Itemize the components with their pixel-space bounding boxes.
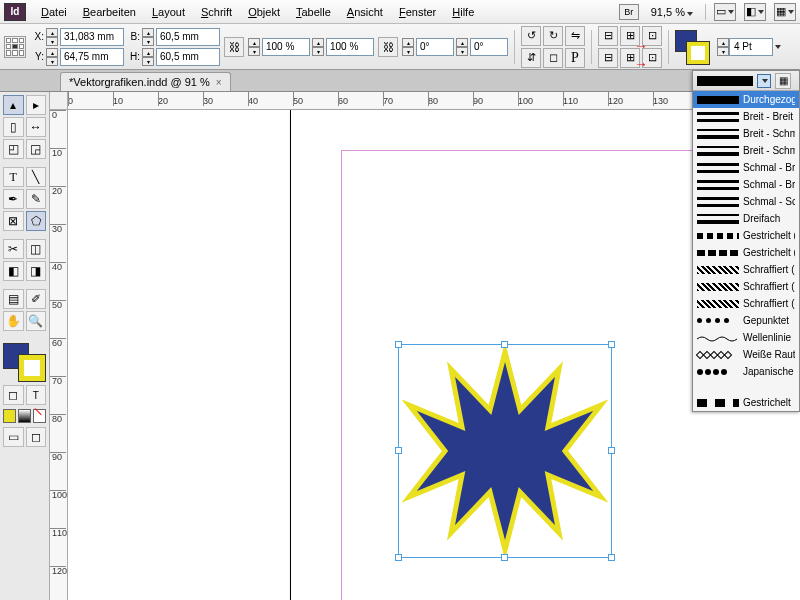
pen-tool[interactable]: ✒ [3,189,24,209]
w-spinner[interactable]: ▴▾ [142,28,154,46]
align-icon-3[interactable]: ⊡ [642,26,662,46]
stroke-style-bs[interactable]: Breit - Schm [693,125,799,142]
menu-type[interactable]: Schrift [194,3,239,21]
content-collector-tool[interactable]: ◰ [3,139,24,159]
constrain-wh-icon[interactable]: ⛓ [224,37,244,57]
stroke-style-sb2[interactable]: Schmal - Bre [693,176,799,193]
stroke-style-ss[interactable]: Schmal - Sch [693,193,799,210]
constrain-scale-icon[interactable]: ⛓ [378,37,398,57]
h-input[interactable]: 60,5 mm [156,48,220,66]
stroke-style-solid[interactable]: Durchgezoge [693,91,799,108]
stroke-style-dot[interactable]: Gepunktet [693,312,799,329]
stroke-style-tri[interactable]: Dreifach [693,210,799,227]
menu-view[interactable]: Ansicht [340,3,390,21]
gap-tool[interactable]: ↔ [26,117,47,137]
polygon-tool[interactable]: ⬠ [26,211,47,231]
stroke-style-dash4[interactable]: Gestrichelt (4 [693,244,799,261]
zoom-level[interactable]: 91,5 % [647,6,697,18]
apply-gradient-swatch[interactable] [18,409,31,423]
shear-spinner[interactable]: ▴▾ [456,38,468,56]
align-icon-1[interactable]: ⊟ [598,26,618,46]
menu-window[interactable]: Fenster [392,3,443,21]
pencil-tool[interactable]: ✎ [26,189,47,209]
shear-input[interactable]: 0° [470,38,508,56]
stroke-style-hatch_l[interactable]: Schraffiert (l [693,278,799,295]
stroke-style-dashbig[interactable]: Gestrichelt [693,394,799,411]
selection-bounding-box[interactable] [398,344,612,558]
menu-table[interactable]: Tabelle [289,3,338,21]
stroke-style-bs2[interactable]: Breit - Schm [693,142,799,159]
align-icon-6[interactable]: ⊡ [642,48,662,68]
reference-point[interactable] [4,36,26,58]
stroke-dropdown-icon[interactable] [757,74,771,88]
stroke-style-diam[interactable]: Weiße Raute [693,346,799,363]
close-tab-icon[interactable]: × [216,77,222,88]
handle-bl[interactable] [395,554,402,561]
rotate-cw-icon[interactable]: ↻ [543,26,563,46]
normal-view-icon[interactable]: ▭ [3,427,24,447]
handle-br[interactable] [608,554,615,561]
menu-help[interactable]: Hilfe [445,3,481,21]
x-input[interactable]: 31,083 mm [60,28,124,46]
arrange-icon[interactable]: ▦ [774,3,796,21]
canvas[interactable]: 0102030405060708090100110120130140 01020… [50,92,800,600]
formatting-container-icon[interactable]: ◻ [3,385,24,405]
scale-y-input[interactable]: 100 % [326,38,374,56]
align-icon-4[interactable]: ⊟ [598,48,618,68]
bridge-icon[interactable]: Br [619,4,639,20]
document-tab[interactable]: *Vektorgrafiken.indd @ 91 % × [60,72,231,91]
w-input[interactable]: 60,5 mm [156,28,220,46]
stroke-swatch[interactable] [687,42,709,64]
handle-mr[interactable] [608,447,615,454]
line-tool[interactable]: ╲ [26,167,47,187]
direct-selection-tool[interactable]: ▸ [26,95,47,115]
note-tool[interactable]: ▤ [3,289,24,309]
page-tool[interactable]: ▯ [3,117,24,137]
p-icon[interactable]: P [565,48,585,68]
handle-ml[interactable] [395,447,402,454]
fill-stroke-control[interactable] [675,30,709,64]
scaley-spinner[interactable]: ▴▾ [312,38,324,56]
zoom-tool[interactable]: 🔍 [26,311,47,331]
formatting-text-icon[interactable]: T [26,385,47,405]
align-icon-5[interactable]: ⊞ [620,48,640,68]
menu-edit[interactable]: Bearbeiten [76,3,143,21]
stroke-style-hatch_r[interactable]: Schraffiert (r [693,261,799,278]
view-mode-icon[interactable]: ▭ [714,3,736,21]
stroke-panel-extra-icon[interactable]: ▦ [775,73,791,89]
gradient-swatch-tool[interactable]: ◧ [3,261,24,281]
scissors-tool[interactable]: ✂ [3,239,24,259]
preview-view-icon[interactable]: ◻ [26,427,47,447]
h-spinner[interactable]: ▴▾ [142,48,154,66]
toolbox-stroke-swatch[interactable] [19,355,45,381]
stroke-weight-input[interactable]: 4 Pt [729,38,773,56]
stroke-style-hatch_g[interactable]: Schraffiert (g [693,295,799,312]
handle-bc[interactable] [501,554,508,561]
flip-v-icon[interactable]: ⇵ [521,48,541,68]
rotate-input[interactable]: 0° [416,38,454,56]
eyedropper-tool[interactable]: ✐ [26,289,47,309]
stroke-style-dash3[interactable]: Gestrichelt (3 [693,227,799,244]
content-placer-tool[interactable]: ◲ [26,139,47,159]
x-spinner[interactable]: ▴▾ [46,28,58,46]
gradient-feather-tool[interactable]: ◨ [26,261,47,281]
handle-tc[interactable] [501,341,508,348]
fill-stroke-toolbox[interactable] [3,343,45,381]
free-transform-tool[interactable]: ◫ [26,239,47,259]
stroke-style-header[interactable]: ▦ [693,71,799,91]
apply-none-swatch[interactable] [33,409,46,423]
hand-tool[interactable]: ✋ [3,311,24,331]
stroke-style-sb[interactable]: Schmal - Bre [693,159,799,176]
align-icon-2[interactable]: ⊞ [620,26,640,46]
rot-spinner[interactable]: ▴▾ [402,38,414,56]
apply-color-swatch[interactable] [3,409,16,423]
stroke-weight-spinner[interactable]: ▴▾ [717,38,729,56]
rotate-ccw-icon[interactable]: ↺ [521,26,541,46]
scale-x-input[interactable]: 100 % [262,38,310,56]
screen-mode-icon[interactable]: ◧ [744,3,766,21]
stroke-style-jdot[interactable]: Japanische P [693,363,799,380]
menu-file[interactable]: Datei [34,3,74,21]
select-container-icon[interactable]: ◻ [543,48,563,68]
type-tool[interactable]: T [3,167,24,187]
menu-object[interactable]: Objekt [241,3,287,21]
